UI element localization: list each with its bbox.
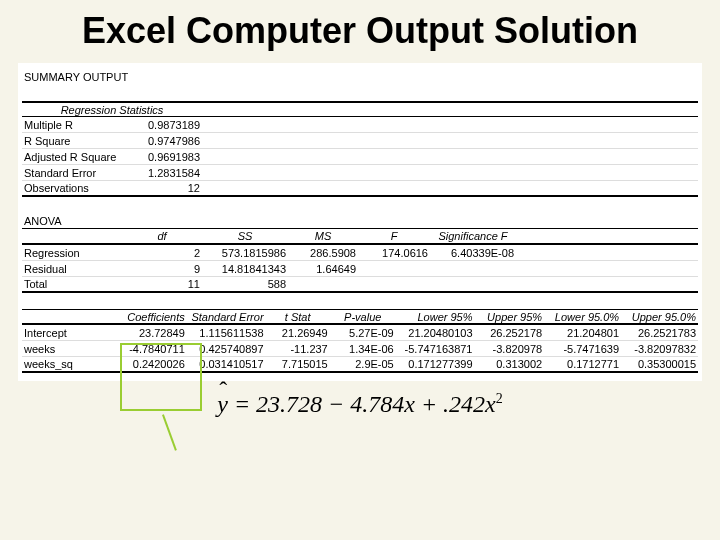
coef-cell: 1.34E-06 — [330, 343, 396, 355]
coef-cell: -4.7840711 — [114, 343, 187, 355]
regstats-header: Regression Statistics — [22, 104, 202, 116]
coef-cell: 23.72849 — [114, 327, 187, 339]
anova-row-label: Total — [22, 278, 122, 290]
stat-value: 1.2831584 — [122, 167, 202, 179]
coef-cell: 0.313002 — [475, 358, 545, 370]
coef-cell: 26.252178 — [475, 327, 545, 339]
coef-cell: 0.425740897 — [187, 343, 266, 355]
callout-connector-line — [162, 415, 177, 451]
stat-value: 12 — [122, 182, 202, 194]
stat-label: R Square — [22, 135, 122, 147]
coef-cell: -3.82097832 — [621, 343, 698, 355]
regression-equation: y = 23.728 − 4.784x + .242x2 — [0, 381, 720, 418]
stat-label: Adjusted R Square — [22, 151, 122, 163]
stat-label: Multiple R — [22, 119, 122, 131]
anova-h-df: df — [122, 230, 202, 242]
stat-label: Standard Error — [22, 167, 122, 179]
coef-h-t: t Stat — [266, 311, 330, 323]
coef-h-se: Standard Error — [187, 311, 266, 323]
anova-cell: 174.0616 — [358, 247, 430, 259]
anova-cell: 573.1815986 — [202, 247, 288, 259]
anova-cell: 1.64649 — [288, 263, 358, 275]
coef-cell: 0.171277399 — [396, 358, 475, 370]
coef-cell: 0.1712771 — [544, 358, 621, 370]
coef-cell: 7.715015 — [266, 358, 330, 370]
coef-cell: -5.7471639 — [544, 343, 621, 355]
coef-cell: 21.204801 — [544, 327, 621, 339]
stat-value: 0.9691983 — [122, 151, 202, 163]
coef-cell: 21.20480103 — [396, 327, 475, 339]
anova-h-sigf: Significance F — [430, 230, 516, 242]
coef-cell: 1.115611538 — [187, 327, 266, 339]
coef-h-coef: Coefficients — [114, 311, 187, 323]
excel-output-sheet: SUMMARY OUTPUT Regression Statistics Mul… — [18, 63, 702, 381]
stat-value: 0.9873189 — [122, 119, 202, 131]
equation-rhs: = 23.728 − 4.784x + .242x — [228, 391, 496, 417]
anova-cell: 588 — [202, 278, 288, 290]
coef-h-p: P-value — [330, 311, 396, 323]
coef-cell: 2.9E-05 — [330, 358, 396, 370]
coef-h-u95: Upper 95% — [475, 311, 545, 323]
anova-h-ss: SS — [202, 230, 288, 242]
stat-value: 0.9747986 — [122, 135, 202, 147]
anova-label: ANOVA — [22, 215, 122, 227]
coef-cell: 0.35300015 — [621, 358, 698, 370]
equation-lhs: y — [217, 391, 228, 417]
coef-h-u95b: Upper 95.0% — [621, 311, 698, 323]
stat-label: Observations — [22, 182, 122, 194]
coef-cell: 5.27E-09 — [330, 327, 396, 339]
coef-h-l95: Lower 95% — [396, 311, 475, 323]
anova-cell: 6.40339E-08 — [430, 247, 516, 259]
anova-row-label: Regression — [22, 247, 122, 259]
coef-cell: -3.820978 — [475, 343, 545, 355]
coef-cell: -11.237 — [266, 343, 330, 355]
anova-cell: 286.5908 — [288, 247, 358, 259]
coef-cell: 0.2420026 — [114, 358, 187, 370]
coef-cell: 21.26949 — [266, 327, 330, 339]
slide-title: Excel Computer Output Solution — [0, 0, 720, 57]
anova-cell: 14.81841343 — [202, 263, 288, 275]
anova-cell: 9 — [122, 263, 202, 275]
coef-h-l95b: Lower 95.0% — [544, 311, 621, 323]
coef-cell: -5.747163871 — [396, 343, 475, 355]
anova-cell: 11 — [122, 278, 202, 290]
coef-cell: 26.2521783 — [621, 327, 698, 339]
equation-exponent: 2 — [496, 391, 503, 406]
coef-row-label: weeks — [22, 343, 114, 355]
coef-row-label: weeks_sq — [22, 358, 114, 370]
anova-h-f: F — [358, 230, 430, 242]
coef-cell: 0.031410517 — [187, 358, 266, 370]
anova-h-ms: MS — [288, 230, 358, 242]
anova-row-label: Residual — [22, 263, 122, 275]
anova-cell: 2 — [122, 247, 202, 259]
coef-row-label: Intercept — [22, 327, 114, 339]
summary-output-label: SUMMARY OUTPUT — [22, 71, 122, 83]
